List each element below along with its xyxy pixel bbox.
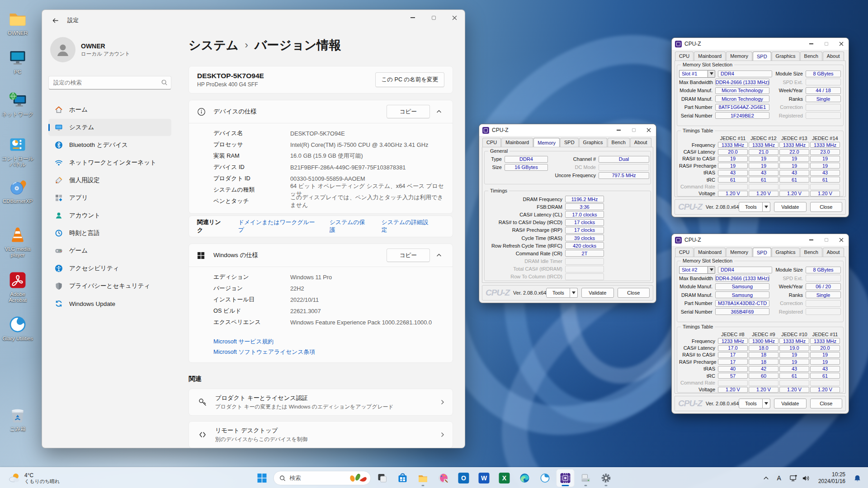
taskbar-word-button[interactable]: W <box>475 469 493 487</box>
sidebar-item-apps[interactable]: アプリ <box>48 189 171 206</box>
tab-memory[interactable]: Memory <box>726 248 752 257</box>
desktop-icon-adobe-acrobat[interactable]: Adobe Acrobat <box>1 270 34 303</box>
desktop-icon-pc[interactable]: PC <box>1 48 34 75</box>
related-card-remote[interactable]: リモート デスクトップ別のデバイスからこのデバイスを制御 <box>189 421 453 448</box>
tab-mainboard[interactable]: Mainboard <box>694 248 726 257</box>
tools-dropdown-button[interactable] <box>570 288 578 298</box>
taskbar-store-button[interactable] <box>394 469 412 487</box>
sidebar-item-bluetooth[interactable]: Bluetooth とデバイス <box>48 136 171 154</box>
tab-spd[interactable]: SPD <box>753 248 771 257</box>
copy-button[interactable]: コピー <box>387 249 430 262</box>
close-button[interactable] <box>834 38 849 50</box>
sidebar-item-update[interactable]: Windows Update <box>48 295 171 312</box>
tab-mainboard[interactable]: Mainboard <box>694 52 726 61</box>
tab-mainboard[interactable]: Mainboard <box>501 138 533 147</box>
microsoft-link[interactable]: Microsoft サービス規約 <box>213 338 274 346</box>
tab-cpu[interactable]: CPU <box>675 52 693 61</box>
desktop-icon-vlc[interactable]: VLC media player <box>1 225 34 258</box>
close-window-button[interactable]: Close <box>618 288 650 298</box>
close-button[interactable] <box>834 234 849 246</box>
microsoft-link[interactable]: Microsoft ソフトウェアライセンス条項 <box>213 348 315 356</box>
tab-memory[interactable]: Memory <box>726 52 752 61</box>
desktop-icon-glary[interactable]: Glary Utilities <box>1 314 34 342</box>
related-card-key[interactable]: プロダクト キーとライセンス認証プロダクト キーの変更または Windows の… <box>189 389 453 416</box>
taskbar-excel-button[interactable]: X <box>495 469 514 487</box>
sidebar-item-home[interactable]: ホーム <box>48 101 171 118</box>
taskbar-task-view-button[interactable] <box>373 469 392 487</box>
minimize-button[interactable] <box>402 10 423 25</box>
tab-bench[interactable]: Bench <box>608 138 630 147</box>
tools-dropdown-button[interactable] <box>763 202 770 212</box>
close-button[interactable] <box>641 124 656 136</box>
related-link[interactable]: システムの保護 <box>330 219 369 234</box>
windows-spec-header[interactable]: Windows の仕様 コピー <box>189 244 453 267</box>
start-button[interactable] <box>253 469 271 487</box>
tab-about[interactable]: About <box>823 248 844 257</box>
back-button[interactable] <box>47 14 63 27</box>
maximize-button[interactable] <box>819 234 834 246</box>
maximize-button[interactable] <box>423 10 444 25</box>
tools-button[interactable]: Tools <box>739 399 763 408</box>
tab-about[interactable]: About <box>823 52 844 61</box>
minimize-button[interactable] <box>804 38 819 50</box>
tab-cpu[interactable]: CPU <box>482 138 501 147</box>
copy-button[interactable]: コピー <box>387 105 430 118</box>
collapse-button[interactable] <box>430 105 448 118</box>
search-input[interactable] <box>48 76 171 89</box>
notification-bell-button[interactable] <box>850 470 864 486</box>
sidebar-item-shield[interactable]: プライバシーとセキュリティ <box>48 277 171 295</box>
user-account[interactable]: OWNER ローカル アカウント <box>48 33 171 66</box>
slot-dropdown[interactable]: Slot #1 <box>679 70 715 78</box>
sidebar-item-brush[interactable]: 個人用設定 <box>48 172 171 189</box>
taskbar-outlook-button[interactable]: O <box>455 469 473 487</box>
desktop-icon-owner-folder[interactable]: OWNER <box>1 9 34 36</box>
related-link[interactable]: システムの詳細設定 <box>382 219 432 234</box>
sidebar-item-clock[interactable]: 時刻と言語 <box>48 225 171 242</box>
tab-cpu[interactable]: CPU <box>675 248 693 257</box>
minimize-button[interactable] <box>804 234 819 246</box>
sidebar-item-system[interactable]: システム <box>48 119 171 136</box>
tab-bench[interactable]: Bench <box>800 248 822 257</box>
ime-indicator[interactable]: A <box>774 470 784 486</box>
tab-bench[interactable]: Bench <box>800 52 822 61</box>
collapse-button[interactable] <box>430 249 448 262</box>
maximize-button[interactable] <box>819 38 834 50</box>
taskbar-device-tool-button[interactable] <box>577 469 595 487</box>
slot-dropdown[interactable]: Slot #2 <box>679 266 715 274</box>
desktop-icon-cdburnerxp[interactable]: CDBurnerXP <box>1 177 34 204</box>
taskbar-search[interactable]: 検索 <box>274 471 371 485</box>
tab-spd[interactable]: SPD <box>753 52 771 61</box>
dropdown-arrow-icon[interactable] <box>708 266 715 274</box>
weather-widget[interactable]: 4°C くもりのち晴れ <box>5 470 64 486</box>
sidebar-item-person[interactable]: アカウント <box>48 207 171 224</box>
rename-pc-button[interactable]: この PC の名前を変更 <box>375 72 444 87</box>
device-spec-header[interactable]: デバイスの仕様 コピー <box>189 100 453 123</box>
desktop-icon-network[interactable]: ネットワーク <box>1 90 34 117</box>
maximize-button[interactable] <box>626 124 641 136</box>
validate-button[interactable]: Validate <box>774 399 806 408</box>
tab-memory[interactable]: Memory <box>533 138 560 147</box>
tray-overflow-button[interactable] <box>760 470 772 486</box>
tab-spd[interactable]: SPD <box>560 138 579 147</box>
tab-about[interactable]: About <box>630 138 651 147</box>
network-volume-button[interactable] <box>786 470 813 486</box>
sidebar-item-wifi[interactable]: ネットワークとインターネット <box>48 154 171 171</box>
tab-graphics[interactable]: Graphics <box>579 138 607 147</box>
desktop-icon-recycle-bin[interactable]: ごみ箱 <box>1 405 34 432</box>
close-window-button[interactable]: Close <box>810 399 842 408</box>
taskbar-explorer-button[interactable] <box>414 469 432 487</box>
sidebar-item-access[interactable]: アクセシビリティ <box>48 260 171 277</box>
tab-graphics[interactable]: Graphics <box>772 248 800 257</box>
tools-button[interactable]: Tools <box>546 288 570 298</box>
tools-button[interactable]: Tools <box>739 202 763 212</box>
dropdown-arrow-icon[interactable] <box>708 70 715 78</box>
tab-graphics[interactable]: Graphics <box>772 52 800 61</box>
validate-button[interactable]: Validate <box>774 202 806 212</box>
taskbar-glary-button[interactable] <box>536 469 554 487</box>
related-link[interactable]: ドメインまたはワークグループ <box>238 219 317 234</box>
clock[interactable]: 10:25 2024/01/16 <box>815 470 849 486</box>
taskbar-paint-button[interactable] <box>434 469 453 487</box>
tools-dropdown-button[interactable] <box>763 399 770 408</box>
sidebar-item-game[interactable]: ゲーム <box>48 242 171 259</box>
close-window-button[interactable]: Close <box>810 202 842 212</box>
